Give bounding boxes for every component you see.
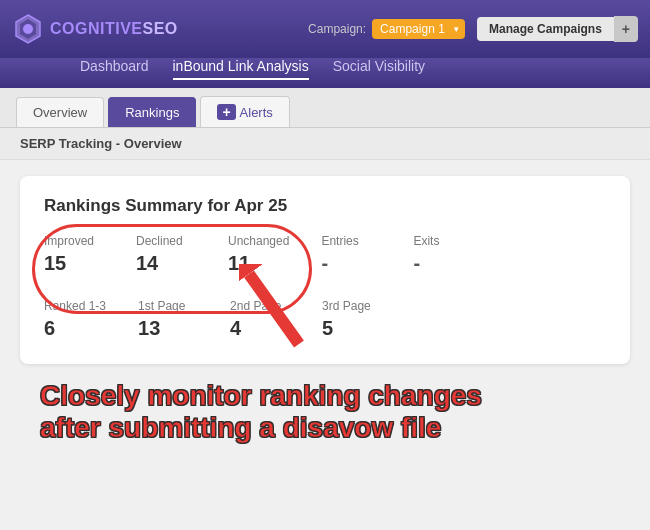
stat-ranked13: Ranked 1-3 6 <box>44 299 106 340</box>
stat-3rdpage: 3rd Page 5 <box>322 299 382 340</box>
stat-1stpage-value: 13 <box>138 317 198 340</box>
rankings-card: Rankings Summary for Apr 25 Improved 15 … <box>20 176 630 364</box>
campaign-area: Campaign: Campaign 1 <box>308 19 465 39</box>
stat-exits: Exits - <box>413 234 473 275</box>
campaign-label: Campaign: <box>308 22 366 36</box>
stat-ranked13-value: 6 <box>44 317 106 340</box>
stats-container: Improved 15 Declined 14 Unchanged 11 Ent… <box>44 234 606 340</box>
stat-declined-value: 14 <box>136 252 196 275</box>
bottom-text-line2: after submitting a disavow file <box>40 412 610 444</box>
campaign-dropdown[interactable]: Campaign 1 <box>372 19 465 39</box>
manage-campaigns-button[interactable]: Manage Campaigns <box>477 17 614 41</box>
tab-alerts[interactable]: + Alerts <box>200 96 289 127</box>
logo-text: COGNITIVESEO <box>50 20 178 38</box>
stat-improved-value: 15 <box>44 252 104 275</box>
stats-row-1: Improved 15 Declined 14 Unchanged 11 Ent… <box>44 234 606 275</box>
stat-unchanged-value: 11 <box>228 252 289 275</box>
svg-point-2 <box>23 24 33 34</box>
card-title: Rankings Summary for Apr 25 <box>44 196 606 216</box>
stat-entries: Entries - <box>321 234 381 275</box>
logo-area: COGNITIVESEO <box>12 13 178 45</box>
campaign-select-wrapper[interactable]: Campaign 1 <box>372 19 465 39</box>
stat-2ndpage-value: 4 <box>230 317 290 340</box>
stat-exits-value: - <box>413 252 473 275</box>
stat-declined: Declined 14 <box>136 234 196 275</box>
logo-icon <box>12 13 44 45</box>
stat-improved-label: Improved <box>44 234 104 248</box>
stat-exits-label: Exits <box>413 234 473 248</box>
nav-link-dashboard[interactable]: Dashboard <box>80 58 149 80</box>
stat-entries-value: - <box>321 252 381 275</box>
stat-3rdpage-label: 3rd Page <box>322 299 382 313</box>
breadcrumb: SERP Tracking - Overview <box>0 128 650 160</box>
stat-ranked13-label: Ranked 1-3 <box>44 299 106 313</box>
manage-campaigns-plus-button[interactable]: + <box>614 16 638 42</box>
tabs-bar: Overview Rankings + Alerts <box>0 88 650 128</box>
tab-alerts-plus-icon: + <box>217 104 235 120</box>
stat-improved: Improved 15 <box>44 234 104 275</box>
tab-overview[interactable]: Overview <box>16 97 104 127</box>
stat-unchanged-label: Unchanged <box>228 234 289 248</box>
stat-2ndpage-label: 2nd Page <box>230 299 290 313</box>
top-navbar: COGNITIVESEO Campaign: Campaign 1 Manage… <box>0 0 650 58</box>
bottom-text-line1: Closely monitor ranking changes <box>40 380 610 412</box>
stats-row-2: Ranked 1-3 6 1st Page 13 2nd Page 4 3rd … <box>44 299 606 340</box>
stat-declined-label: Declined <box>136 234 196 248</box>
stat-entries-label: Entries <box>321 234 381 248</box>
bottom-text-area: Closely monitor ranking changes after su… <box>20 364 630 444</box>
stat-unchanged: Unchanged 11 <box>228 234 289 275</box>
stat-2ndpage: 2nd Page 4 <box>230 299 290 340</box>
nav-link-inbound[interactable]: inBound Link Analysis <box>173 58 309 80</box>
nav-links-bar: Dashboard inBound Link Analysis Social V… <box>0 58 650 88</box>
nav-link-social[interactable]: Social Visibility <box>333 58 425 80</box>
tab-rankings[interactable]: Rankings <box>108 97 196 127</box>
stat-1stpage: 1st Page 13 <box>138 299 198 340</box>
nav-right: Campaign: Campaign 1 Manage Campaigns + <box>308 16 638 42</box>
main-content: Rankings Summary for Apr 25 Improved 15 … <box>0 160 650 460</box>
stat-1stpage-label: 1st Page <box>138 299 198 313</box>
stat-3rdpage-value: 5 <box>322 317 382 340</box>
